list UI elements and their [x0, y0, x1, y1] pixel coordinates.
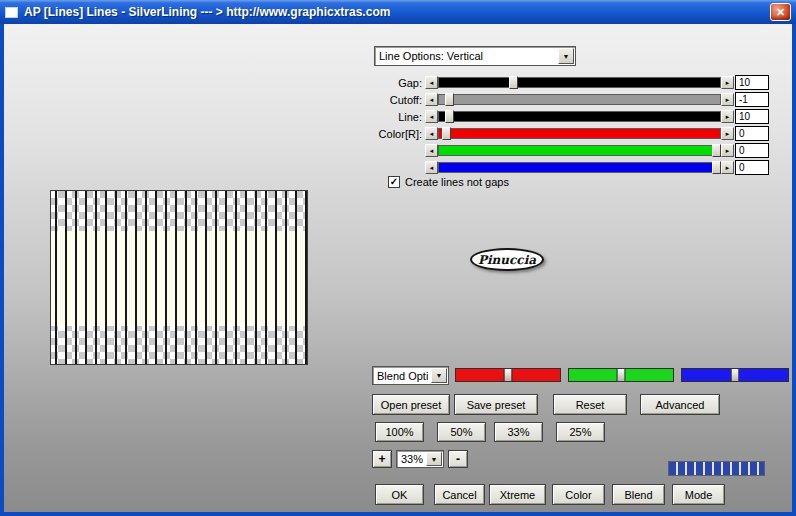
blend-button[interactable]: Blend — [612, 484, 665, 505]
blend-red-slider-thumb[interactable] — [504, 368, 513, 382]
arrow-left-icon: ◄ — [429, 148, 435, 154]
preview-vertical-lines — [51, 191, 307, 364]
zoom-plus-button[interactable]: + — [372, 450, 392, 468]
color-r-increment-button[interactable]: ► — [721, 127, 734, 140]
blend-options-dropdown-button[interactable]: ▼ — [431, 368, 447, 383]
blend-options-dropdown[interactable]: Blend Opti ▼ — [372, 366, 449, 385]
cutoff-value-input[interactable]: -1 — [735, 92, 769, 107]
close-button[interactable]: ✕ — [770, 3, 791, 21]
reset-button[interactable]: Reset — [553, 394, 627, 415]
slider-row-line: Line: ◄ ► 10 — [4, 110, 792, 125]
color-g-slider-thumb[interactable] — [712, 144, 721, 157]
arrow-left-icon: ◄ — [429, 131, 435, 137]
chevron-down-icon: ▼ — [431, 456, 438, 463]
arrow-right-icon: ► — [725, 97, 731, 103]
zoom-level-value: 33% — [401, 453, 423, 465]
color-g-decrement-button[interactable]: ◄ — [425, 144, 438, 157]
color-g-slider[interactable] — [438, 145, 721, 156]
color-r-slider[interactable] — [438, 128, 721, 139]
arrow-right-icon: ► — [725, 80, 731, 86]
blend-blue-slider-thumb[interactable] — [731, 368, 740, 382]
zoom-50-button[interactable]: 50% — [437, 422, 486, 442]
cancel-button[interactable]: Cancel — [434, 484, 485, 505]
cutoff-decrement-button[interactable]: ◄ — [425, 93, 438, 106]
create-lines-checkbox[interactable]: ✓ Create lines not gaps — [388, 176, 509, 188]
gap-slider-thumb[interactable] — [509, 76, 518, 89]
color-g-value-input[interactable]: 0 — [735, 143, 769, 158]
zoom-minus-button[interactable]: - — [448, 450, 468, 468]
color-r-decrement-button[interactable]: ◄ — [425, 127, 438, 140]
line-value-input[interactable]: 10 — [735, 109, 769, 124]
blend-green-slider-thumb[interactable] — [617, 368, 626, 382]
slider-label-color-r: Color[R]: — [354, 128, 422, 140]
zoom-33-button[interactable]: 33% — [494, 422, 543, 442]
color-b-increment-button[interactable]: ► — [721, 161, 734, 174]
cutoff-slider[interactable] — [438, 94, 721, 105]
slider-label-cutoff: Cutoff: — [354, 94, 422, 106]
line-options-dropdown[interactable]: Line Options: Vertical ▼ — [374, 46, 576, 66]
titlebar[interactable]: AP [Lines] Lines - SilverLining --- > ht… — [0, 0, 796, 24]
arrow-right-icon: ► — [725, 131, 731, 137]
arrow-right-icon: ► — [725, 148, 731, 154]
blend-options-value: Blend Opti — [377, 370, 428, 382]
blend-green-slider[interactable] — [568, 368, 674, 382]
line-decrement-button[interactable]: ◄ — [425, 110, 438, 123]
color-b-slider-thumb[interactable] — [712, 161, 721, 174]
color-b-decrement-button[interactable]: ◄ — [425, 161, 438, 174]
save-preset-button[interactable]: Save preset — [454, 394, 538, 415]
window-title: AP [Lines] Lines - SilverLining --- > ht… — [24, 5, 390, 19]
slider-row-cutoff: Cutoff: ◄ ► -1 — [4, 93, 792, 108]
slider-label-gap: Gap: — [354, 77, 422, 89]
gap-decrement-button[interactable]: ◄ — [425, 76, 438, 89]
app-icon — [5, 7, 18, 18]
checkbox-check-icon[interactable]: ✓ — [388, 176, 400, 188]
zoom-level-combo[interactable]: 33% ▼ — [396, 450, 444, 468]
line-increment-button[interactable]: ► — [721, 110, 734, 123]
pinuccia-badge: Pinuccia — [470, 248, 544, 271]
chevron-down-icon: ▼ — [436, 372, 443, 379]
dialog-body: Line Options: Vertical ▼ Gap: ◄ ► 10 Cut… — [4, 24, 792, 512]
arrow-left-icon: ◄ — [429, 114, 435, 120]
ok-button[interactable]: OK — [375, 484, 424, 505]
blend-red-slider[interactable] — [455, 368, 561, 382]
line-options-dropdown-button[interactable]: ▼ — [558, 48, 574, 64]
color-r-slider-thumb[interactable] — [442, 127, 451, 140]
line-options-value: Line Options: Vertical — [379, 50, 483, 62]
arrow-left-icon: ◄ — [429, 165, 435, 171]
open-preset-button[interactable]: Open preset — [372, 394, 450, 415]
gap-value-input[interactable]: 10 — [735, 75, 769, 90]
line-slider-thumb[interactable] — [445, 110, 454, 123]
cutoff-increment-button[interactable]: ► — [721, 93, 734, 106]
slider-label-line: Line: — [354, 111, 422, 123]
xtreme-button[interactable]: Xtreme — [489, 484, 546, 505]
mode-button[interactable]: Mode — [672, 484, 725, 505]
color-r-value-input[interactable]: 0 — [735, 126, 769, 141]
zoom-100-button[interactable]: 100% — [375, 422, 424, 442]
preview-image — [50, 190, 308, 365]
slider-row-color-g: ◄ ► 0 — [4, 144, 792, 159]
slider-row-color-b: ◄ ► 0 — [4, 161, 792, 176]
gap-increment-button[interactable]: ► — [721, 76, 734, 89]
progress-bar — [668, 461, 765, 476]
arrow-right-icon: ► — [725, 114, 731, 120]
cutoff-slider-thumb[interactable] — [445, 93, 454, 106]
color-g-increment-button[interactable]: ► — [721, 144, 734, 157]
arrow-left-icon: ◄ — [429, 80, 435, 86]
arrow-right-icon: ► — [725, 165, 731, 171]
line-slider[interactable] — [438, 111, 721, 122]
blend-blue-slider[interactable] — [681, 368, 789, 382]
checkbox-label: Create lines not gaps — [405, 176, 509, 188]
color-b-value-input[interactable]: 0 — [735, 160, 769, 175]
plugin-window: AP [Lines] Lines - SilverLining --- > ht… — [0, 0, 796, 516]
slider-row-color-r: Color[R]: ◄ ► 0 — [4, 127, 792, 142]
arrow-left-icon: ◄ — [429, 97, 435, 103]
slider-row-gap: Gap: ◄ ► 10 — [4, 76, 792, 91]
color-b-slider[interactable] — [438, 162, 721, 173]
color-button[interactable]: Color — [552, 484, 605, 505]
advanced-button[interactable]: Advanced — [640, 394, 720, 415]
zoom-25-button[interactable]: 25% — [556, 422, 605, 442]
close-icon: ✕ — [776, 6, 785, 19]
zoom-level-dropdown-button[interactable]: ▼ — [426, 452, 442, 466]
chevron-down-icon: ▼ — [563, 53, 570, 60]
gap-slider[interactable] — [438, 77, 721, 88]
